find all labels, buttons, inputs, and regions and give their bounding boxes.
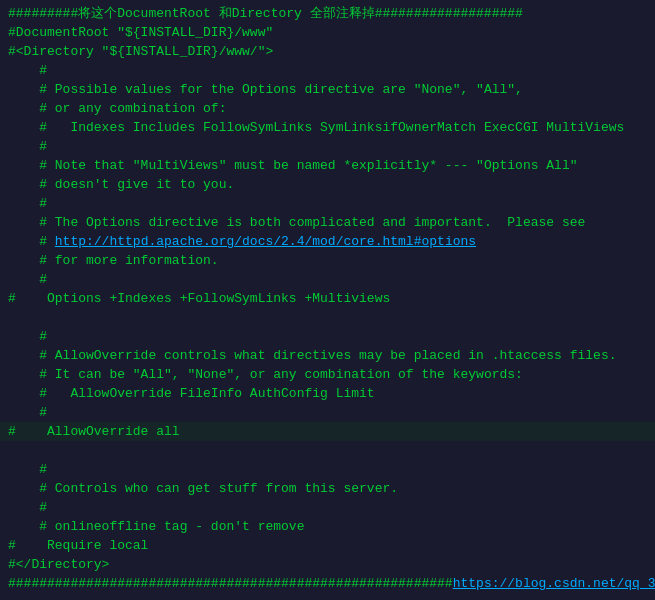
code-line-14: # for more information. xyxy=(0,251,655,270)
line-content-22: # xyxy=(8,403,47,422)
line-content-25: # xyxy=(8,460,47,479)
code-line-21: # AllowOverride FileInfo AuthConfig Limi… xyxy=(0,384,655,403)
line-content-24 xyxy=(8,441,16,460)
code-line-17 xyxy=(0,308,655,327)
line-content-11: # xyxy=(8,194,47,213)
apache-docs-link[interactable]: http://httpd.apache.org/docs/2.4/mod/cor… xyxy=(55,232,476,251)
line-content-17 xyxy=(8,308,16,327)
code-line-15: # xyxy=(0,270,655,289)
code-line-16: # Options +Indexes +FollowSymLinks +Mult… xyxy=(0,289,655,308)
code-line-1: #########将这个DocumentRoot 和Directory 全部注释… xyxy=(0,4,655,23)
line-content-7: # Indexes Includes FollowSymLinks SymLin… xyxy=(8,118,624,137)
code-line-4: # xyxy=(0,61,655,80)
code-line-5: # Possible values for the Options direct… xyxy=(0,80,655,99)
code-line-26: # Controls who can get stuff from this s… xyxy=(0,479,655,498)
line-content-28: # onlineoffline tag - don't remove xyxy=(8,517,304,536)
code-line-19: # AllowOverride controls what directives… xyxy=(0,346,655,365)
line-content-3: #<Directory "${INSTALL_DIR}/www/"> xyxy=(8,42,273,61)
code-line-2: #DocumentRoot "${INSTALL_DIR}/www" xyxy=(0,23,655,42)
code-line-30: #</Directory> xyxy=(0,555,655,574)
line-content-23: # AllowOverride all xyxy=(8,422,180,441)
line-content-14: # for more information. xyxy=(8,251,219,270)
line-content-12: # The Options directive is both complica… xyxy=(8,213,585,232)
line-content-15: # xyxy=(8,270,47,289)
code-line-25: # xyxy=(0,460,655,479)
line-content-16: # Options +Indexes +FollowSymLinks +Mult… xyxy=(8,289,390,308)
code-line-7: # Indexes Includes FollowSymLinks SymLin… xyxy=(0,118,655,137)
line-content-31a: ########################################… xyxy=(8,574,453,593)
code-line-22: # xyxy=(0,403,655,422)
line-content-2: #DocumentRoot "${INSTALL_DIR}/www" xyxy=(8,23,273,42)
code-line-31: ########################################… xyxy=(0,574,655,593)
line-content-6: # or any combination of: xyxy=(8,99,226,118)
code-editor: #########将这个DocumentRoot 和Directory 全部注释… xyxy=(0,0,655,600)
line-content-20: # It can be "All", "None", or any combin… xyxy=(8,365,523,384)
line-content-10: # doesn't give it to you. xyxy=(8,175,234,194)
code-line-3: #<Directory "${INSTALL_DIR}/www/"> xyxy=(0,42,655,61)
line-content-13a: # xyxy=(8,232,55,251)
line-content-29: # Require local xyxy=(8,536,148,555)
code-line-28: # onlineoffline tag - don't remove xyxy=(0,517,655,536)
code-line-24 xyxy=(0,441,655,460)
line-content-4: # xyxy=(8,61,47,80)
line-content-18: # xyxy=(8,327,47,346)
line-content-26: # Controls who can get stuff from this s… xyxy=(8,479,398,498)
code-line-11: # xyxy=(0,194,655,213)
code-line-20: # It can be "All", "None", or any combin… xyxy=(0,365,655,384)
line-content-27: # xyxy=(8,498,47,517)
watermark-link[interactable]: https://blog.csdn.net/qq_38093657 xyxy=(453,574,655,593)
line-content-5: # Possible values for the Options direct… xyxy=(8,80,523,99)
code-line-8: # xyxy=(0,137,655,156)
code-line-27: # xyxy=(0,498,655,517)
code-line-23: # AllowOverride all xyxy=(0,422,655,441)
line-content-1: #########将这个DocumentRoot 和Directory 全部注释… xyxy=(8,4,523,23)
code-line-10: # doesn't give it to you. xyxy=(0,175,655,194)
line-content-30: #</Directory> xyxy=(8,555,109,574)
line-content-8: # xyxy=(8,137,47,156)
line-content-19: # AllowOverride controls what directives… xyxy=(8,346,617,365)
code-line-9: # Note that "MultiViews" must be named *… xyxy=(0,156,655,175)
code-line-18: # xyxy=(0,327,655,346)
code-line-29: # Require local xyxy=(0,536,655,555)
line-content-21: # AllowOverride FileInfo AuthConfig Limi… xyxy=(8,384,375,403)
code-line-13: # http://httpd.apache.org/docs/2.4/mod/c… xyxy=(0,232,655,251)
line-content-9: # Note that "MultiViews" must be named *… xyxy=(8,156,578,175)
code-line-12: # The Options directive is both complica… xyxy=(0,213,655,232)
code-line-6: # or any combination of: xyxy=(0,99,655,118)
